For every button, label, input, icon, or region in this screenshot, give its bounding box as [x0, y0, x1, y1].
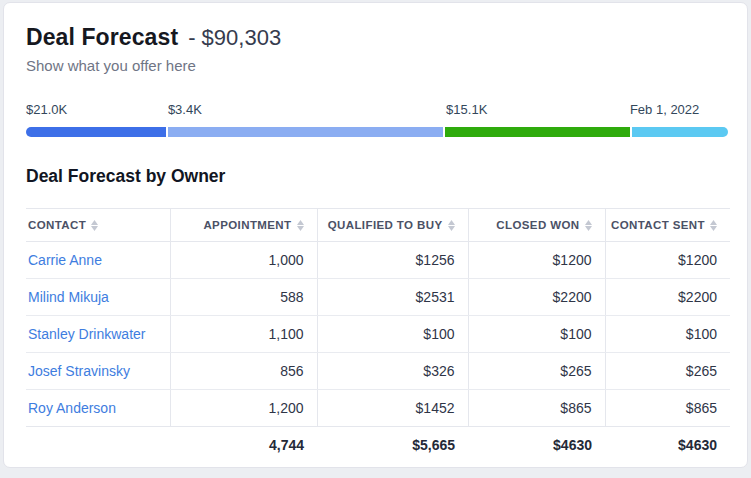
page-title: Deal Forecast — [26, 24, 178, 51]
contact-link[interactable]: Roy Anderson — [28, 400, 116, 416]
column-header-label: Appointment — [203, 219, 291, 231]
table-row: Stanley Drinkwater 1,100 $100 $100 $100 — [26, 316, 730, 353]
contact-link[interactable]: Milind Mikuja — [28, 289, 109, 305]
table-row: Josef Stravinsky 856 $326 $265 $265 — [26, 353, 730, 390]
column-header-label: Contact — [28, 219, 86, 231]
segment-label-date: Feb 1, 2022 — [630, 102, 699, 117]
progress-segment-2[interactable] — [168, 127, 443, 137]
contact-link[interactable]: Josef Stravinsky — [28, 363, 130, 379]
column-header-contact-sent[interactable]: Contact Sent — [605, 209, 730, 242]
progress-segment-4[interactable] — [632, 127, 728, 137]
table-title: Deal Forecast by Owner — [26, 166, 725, 187]
column-header-label: Closed Won — [496, 219, 579, 231]
forecast-amount: - $90,303 — [188, 25, 281, 51]
sort-icon[interactable] — [448, 220, 455, 231]
contact-link[interactable]: Stanley Drinkwater — [28, 326, 146, 342]
sort-icon[interactable] — [585, 220, 592, 231]
table-row: Carrie Anne 1,000 $1256 $1200 $1200 — [26, 242, 730, 279]
cell-sent: $865 — [605, 390, 730, 427]
page-subtitle: Show what you offer here — [26, 57, 725, 74]
column-header-contact[interactable]: Contact — [26, 209, 170, 242]
cell-qualified: $326 — [317, 353, 468, 390]
deal-forecast-table: Contact Appointment — [26, 208, 730, 464]
total-sent: $4630 — [605, 427, 730, 464]
cell-appointment: 588 — [170, 279, 317, 316]
totals-empty-cell — [26, 427, 170, 464]
column-header-closed-won[interactable]: Closed Won — [468, 209, 605, 242]
cell-closed: $2200 — [468, 279, 605, 316]
total-qualified: $5,665 — [317, 427, 468, 464]
cell-qualified: $1256 — [317, 242, 468, 279]
column-header-qualified-to-buy[interactable]: Qualified To Buy — [317, 209, 468, 242]
table-header-row: Contact Appointment — [26, 209, 730, 242]
contact-link[interactable]: Carrie Anne — [28, 252, 102, 268]
total-closed: $4630 — [468, 427, 605, 464]
column-header-appointment[interactable]: Appointment — [170, 209, 317, 242]
total-appointment: 4,744 — [170, 427, 317, 464]
table-row: Milind Mikuja 588 $2531 $2200 $2200 — [26, 279, 730, 316]
cell-appointment: 1,100 — [170, 316, 317, 353]
cell-sent: $265 — [605, 353, 730, 390]
table-row: Roy Anderson 1,200 $1452 $865 $865 — [26, 390, 730, 427]
segment-label-closed: $15.1K — [446, 102, 487, 117]
card-header: Deal Forecast - $90,303 — [26, 24, 725, 51]
cell-qualified: $2531 — [317, 279, 468, 316]
segment-label-qualified: $3.4K — [168, 102, 202, 117]
cell-closed: $1200 — [468, 242, 605, 279]
cell-qualified: $1452 — [317, 390, 468, 427]
totals-row: 4,744 $5,665 $4630 $4630 — [26, 427, 730, 464]
cell-closed: $100 — [468, 316, 605, 353]
column-header-label: Qualified To Buy — [328, 219, 443, 231]
cell-sent: $2200 — [605, 279, 730, 316]
cell-appointment: 1,000 — [170, 242, 317, 279]
progress-segment-3[interactable] — [445, 127, 630, 137]
column-header-label: Contact Sent — [611, 219, 705, 231]
cell-appointment: 856 — [170, 353, 317, 390]
sort-icon[interactable] — [91, 220, 98, 231]
cell-appointment: 1,200 — [170, 390, 317, 427]
forecast-progress-bar: $21.0K $3.4K $15.1K Feb 1, 2022 — [26, 102, 725, 142]
cell-sent: $100 — [605, 316, 730, 353]
sort-icon[interactable] — [297, 220, 304, 231]
segment-label-appointment: $21.0K — [26, 102, 67, 117]
cell-closed: $265 — [468, 353, 605, 390]
cell-sent: $1200 — [605, 242, 730, 279]
stacked-progress-track — [26, 127, 725, 137]
cell-qualified: $100 — [317, 316, 468, 353]
deal-forecast-card: Deal Forecast - $90,303 Show what you of… — [3, 2, 748, 468]
cell-closed: $865 — [468, 390, 605, 427]
sort-icon[interactable] — [710, 220, 717, 231]
progress-segment-1[interactable] — [26, 127, 166, 137]
